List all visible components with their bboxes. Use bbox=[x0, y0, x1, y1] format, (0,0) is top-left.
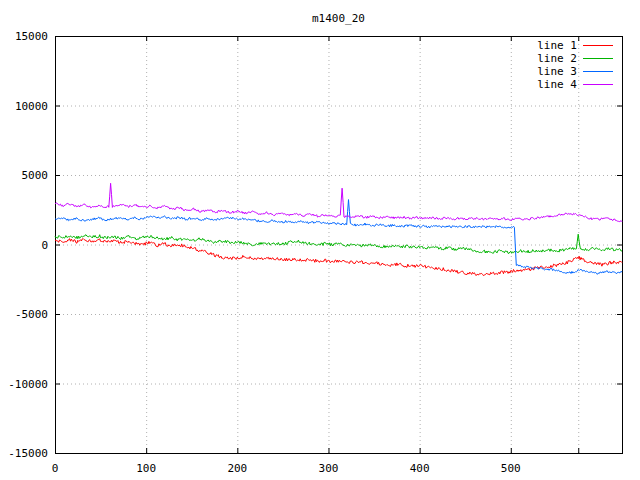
line-chart-canvas: 0100200300400500-15000-10000-50000500010… bbox=[0, 0, 640, 480]
x-tick-label: 400 bbox=[410, 462, 430, 475]
chart: 0100200300400500-15000-10000-50000500010… bbox=[0, 0, 640, 480]
legend-label: line 1 bbox=[537, 39, 577, 52]
x-tick-label: 300 bbox=[319, 462, 339, 475]
legend-label: line 2 bbox=[537, 52, 577, 65]
legend-label: line 3 bbox=[537, 65, 577, 78]
x-tick-label: 100 bbox=[136, 462, 156, 475]
x-tick-label: 0 bbox=[52, 462, 59, 475]
y-tick-label: 15000 bbox=[15, 30, 48, 43]
x-tick-label: 500 bbox=[501, 462, 521, 475]
y-tick-label: 0 bbox=[41, 239, 48, 252]
chart-title: m1400_20 bbox=[312, 12, 365, 25]
x-tick-label: 200 bbox=[227, 462, 247, 475]
y-tick-label: -10000 bbox=[8, 378, 48, 391]
y-tick-label: 10000 bbox=[15, 100, 48, 113]
y-tick-label: -15000 bbox=[8, 447, 48, 460]
y-tick-label: -5000 bbox=[15, 308, 48, 321]
legend-label: line 4 bbox=[537, 78, 577, 91]
y-tick-label: 5000 bbox=[22, 169, 49, 182]
